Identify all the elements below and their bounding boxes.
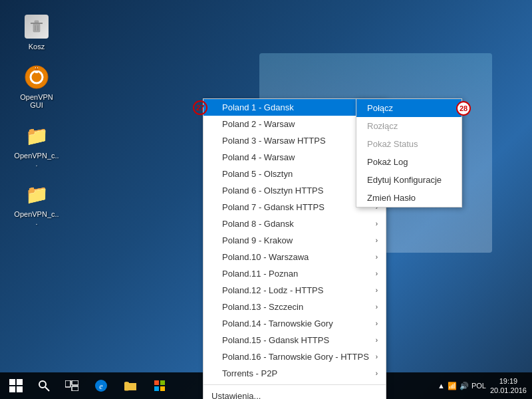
menu-item-label-poland12: Poland.12 - Lodz - HTTPS <box>222 285 323 295</box>
submenu-item-change-pass[interactable]: Zmień Hasło <box>356 189 462 207</box>
menu-item-label-poland10: Poland.10 - Warszawa <box>222 252 309 262</box>
submenu-arrow-poland11: › <box>376 270 378 277</box>
menu-item-label-poland6: Poland 6 - Olsztyn HTTPS <box>222 186 323 196</box>
menu-item-label-poland9: Poland 9 - Krakow <box>222 235 293 245</box>
menu-badge-poland1: 27 <box>193 100 207 115</box>
start-button[interactable] <box>0 372 32 399</box>
menu-bottom-settings[interactable]: Ustawienia... <box>203 388 386 399</box>
submenu-label-show-status: Pokaż Status <box>367 139 418 149</box>
svg-rect-23 <box>160 386 165 391</box>
menu-item-torrents[interactable]: Torrents - P2P› <box>203 365 386 382</box>
recycle-bin-label: Kosz <box>29 43 45 51</box>
submenu-item-show-status: Pokaż Status <box>356 135 462 153</box>
submenu-arrow-poland14: › <box>376 320 378 327</box>
submenu-item-connect[interactable]: Połącz28 <box>356 99 462 117</box>
submenu-label-edit-config: Edytuj Konfiguracje <box>367 175 442 185</box>
submenu-arrow-poland8: › <box>376 220 378 227</box>
menu-item-label-poland4: Poland 4 - Warsaw <box>222 152 295 162</box>
menu-item-poland12[interactable]: Poland.12 - Lodz - HTTPS› <box>203 282 386 299</box>
svg-rect-21 <box>160 380 165 385</box>
svg-rect-16 <box>72 380 78 385</box>
menu-item-poland16[interactable]: Poland.16 - Tarnowskie Gory - HTTPS› <box>203 348 386 365</box>
tray-chevron[interactable]: ▲ <box>438 382 445 390</box>
submenu-label-disconnect: Rozłącz <box>367 121 398 131</box>
svg-rect-10 <box>17 379 23 385</box>
menu-item-label-poland16: Poland.16 - Tarnowskie Gory - HTTPS <box>222 352 369 362</box>
svg-line-14 <box>45 387 49 391</box>
menu-item-poland14[interactable]: Poland.14 - Tarnowskie Gory› <box>203 315 386 332</box>
svg-rect-11 <box>9 386 15 392</box>
search-button[interactable] <box>32 372 56 399</box>
tray-language[interactable]: POL <box>471 382 486 390</box>
submenu-item-disconnect: Rozłącz <box>356 117 462 135</box>
tray-network[interactable]: 📶 <box>448 382 457 390</box>
submenu-item-show-log[interactable]: Pokaż Log <box>356 153 462 171</box>
submenu-arrow-torrents: › <box>376 370 378 377</box>
menu-item-poland11[interactable]: Poland.11 - Poznan› <box>203 265 386 282</box>
menu-item-label-poland5: Poland 5 - Olsztyn <box>222 169 293 179</box>
openvpn-gui-label: OpenVPN GUI <box>13 93 60 109</box>
time-block[interactable]: 19:19 20.01.2016 <box>490 376 527 396</box>
time-display: 19:19 <box>490 376 527 386</box>
taskbar-item-explorer[interactable] <box>117 372 144 399</box>
menu-item-label-poland13: Poland.13 - Szczecin <box>222 302 303 312</box>
svg-rect-1 <box>33 24 40 32</box>
svg-rect-12 <box>17 386 23 392</box>
menu-item-label-poland14: Poland.14 - Tarnowskie Gory <box>222 319 333 329</box>
taskbar-item-edge[interactable]: e <box>88 372 114 399</box>
menu-item-poland10[interactable]: Poland.10 - Warszawa› <box>203 249 386 265</box>
menu-item-poland13[interactable]: Poland.13 - Szczecin› <box>203 299 386 315</box>
menu-item-poland15[interactable]: Poland.15 - Gdansk HTTPS› <box>203 332 386 348</box>
taskbar-item-store[interactable] <box>146 372 173 399</box>
openvpn-gui-icon[interactable]: OpenVPN GUI <box>13 64 60 109</box>
menu-item-poland9[interactable]: Poland 9 - Krakow› <box>203 232 386 249</box>
menu-item-label-poland1: Poland 1 - Gdansk <box>222 102 294 112</box>
menu-item-label-torrents: Torrents - P2P <box>222 368 277 378</box>
openvpn-folder1-label: OpenVPN_c... <box>13 152 60 168</box>
taskbar-items: e <box>59 372 173 399</box>
svg-rect-2 <box>35 21 39 23</box>
submenu-label-show-log: Pokaż Log <box>367 157 408 167</box>
menu-item-label-poland3: Poland 3 - Warsaw HTTPS <box>222 136 326 146</box>
svg-rect-22 <box>154 386 159 391</box>
openvpn-folder2-icon[interactable]: 📁 OpenVPN_c... <box>13 181 60 226</box>
svg-text:e: e <box>99 382 103 391</box>
svg-rect-0 <box>31 23 43 24</box>
submenu-item-edit-config[interactable]: Edytuj Konfiguracje <box>356 171 462 189</box>
menu-item-label-poland8: Poland 8 - Gdansk <box>222 219 294 229</box>
openvpn-folder2-label: OpenVPN_c... <box>13 210 60 226</box>
desktop-icons: Kosz OpenVPN GUI 📁 OpenVPN_ <box>13 13 60 226</box>
menu-separator <box>203 384 386 385</box>
svg-point-13 <box>39 381 46 388</box>
submenu-label-change-pass: Zmień Hasło <box>367 193 416 203</box>
submenu-badge: 28 <box>456 101 471 116</box>
desktop: Kosz OpenVPN GUI 📁 OpenVPN_ <box>0 0 532 399</box>
taskbar-right: ▲ 📶 🔊 POL 19:19 20.01.2016 <box>438 376 532 396</box>
submenu: Połącz28RozłączPokaż StatusPokaż LogEdyt… <box>356 98 462 207</box>
openvpn-folder1-icon[interactable]: 📁 OpenVPN_c... <box>13 122 60 168</box>
taskbar-item-taskview[interactable] <box>59 372 85 399</box>
submenu-arrow-poland12: › <box>376 287 378 294</box>
svg-rect-15 <box>65 380 70 387</box>
date-display: 20.01.2016 <box>490 386 527 395</box>
submenu-arrow-poland15: › <box>376 336 378 344</box>
menu-item-label-poland15: Poland.15 - Gdansk HTTPS <box>222 335 329 345</box>
submenu-label-connect: Połącz <box>367 103 393 113</box>
submenu-arrow-poland9: › <box>376 237 378 244</box>
submenu-arrow-poland10: › <box>376 253 378 261</box>
svg-rect-17 <box>72 386 78 391</box>
menu-item-label-poland2: Poland 2 - Warsaw <box>222 119 295 129</box>
menu-item-label-poland11: Poland.11 - Poznan <box>222 269 298 279</box>
context-menu-container: 27Poland 1 - Gdansk›Poland 2 - Warsaw›Po… <box>203 98 386 399</box>
recycle-bin-icon[interactable]: Kosz <box>13 13 60 51</box>
svg-rect-20 <box>154 380 159 385</box>
submenu-arrow-poland16: › <box>376 353 378 360</box>
menu-item-label-poland7: Poland 7 - Gdansk HTTPS <box>222 202 325 212</box>
svg-rect-9 <box>9 379 15 385</box>
taskbar-tray: ▲ 📶 🔊 POL <box>438 382 486 390</box>
tray-volume[interactable]: 🔊 <box>460 382 469 390</box>
menu-item-poland8[interactable]: Poland 8 - Gdansk› <box>203 215 386 232</box>
submenu-arrow-poland13: › <box>376 303 378 311</box>
